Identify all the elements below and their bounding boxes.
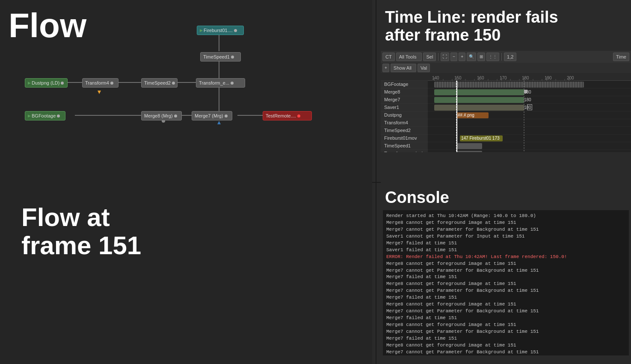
node-transforme-flow1[interactable]: Transform_e... xyxy=(196,78,245,88)
label-timespeed2: TimeSpeed2 xyxy=(381,127,428,135)
console-line: Merge7 cannot get Parameter for Backgrou… xyxy=(386,226,625,233)
flow-title: Flow xyxy=(9,9,86,43)
console-body: Render started at Thu 10:42AM (Range: 14… xyxy=(383,210,629,355)
minus-button[interactable]: − xyxy=(450,53,457,61)
track-timespeed1 xyxy=(428,142,631,150)
console-line: Merge7 cannot get Parameter for Backgrou… xyxy=(386,267,625,274)
console-line: Merge8 cannot get foreground image at ti… xyxy=(386,322,625,329)
track-transformexp xyxy=(428,150,631,152)
timeline-section: Time Line: render fails after frame 150 … xyxy=(381,0,631,182)
frame-display[interactable]: 1,2 xyxy=(504,53,516,61)
add-track-button[interactable]: + xyxy=(382,64,389,72)
sel-button[interactable]: Sel xyxy=(423,53,436,61)
playhead xyxy=(456,81,457,152)
console-line: ERROR: Render failed at Thu 10:42AM! Las… xyxy=(386,254,625,261)
track-transform4 xyxy=(428,119,631,127)
console-line: Merge8 cannot get foreground image at ti… xyxy=(386,301,625,308)
track-fireburst: 147 Fireburst01 173 xyxy=(428,135,631,142)
grid-button[interactable]: ⋮⋮ xyxy=(486,53,499,61)
node-dustpng-flow1[interactable]: ▶ Dustpng (LD) xyxy=(25,78,68,88)
track-dustpng: ##.#.png xyxy=(428,112,631,119)
console-line: Merge7 failed at time 151 xyxy=(386,240,625,247)
label-saver1: Saver1 xyxy=(381,104,428,112)
timeline-labels: BGFootage Merge8 Merge7 Saver1 Dustpng T… xyxy=(381,73,428,152)
node-timespeed2-flow1[interactable]: TimeSpeed2 xyxy=(141,78,178,88)
show-all-button[interactable]: Show All xyxy=(391,64,416,72)
divider-vertical xyxy=(376,0,376,364)
svg-marker-11 xyxy=(217,121,221,124)
label-fireburst: Fireburst01mov xyxy=(381,135,428,142)
label-bgfootage: BGFootage xyxy=(381,81,428,88)
node-merge8-flow1[interactable]: Merge8 (Mrg) xyxy=(141,111,182,120)
flow2-title: Flow at frame 151 xyxy=(21,203,141,260)
node-timespeed1-flow1[interactable]: TimeSpeed1 xyxy=(200,52,241,62)
all-tools-button[interactable]: All Tools xyxy=(396,53,422,61)
console-line: Saver1 failed at time 151 xyxy=(386,247,625,254)
console-line: Merge8 cannot get foreground image at ti… xyxy=(386,261,625,267)
console-line: Merge7 failed at time 151 xyxy=(386,315,625,322)
svg-marker-9 xyxy=(98,91,101,94)
label-merge8: Merge8 xyxy=(381,88,428,96)
toolbar-sep2 xyxy=(501,53,502,61)
track-timespeed2 xyxy=(428,127,631,135)
label-timespeed1: TimeSpeed1 xyxy=(381,142,428,150)
flow-section: Flow ▶ Fireburst01.... TimeSpeed1 xyxy=(0,0,372,182)
val-button[interactable]: Val xyxy=(418,64,430,72)
console-line: Merge7 cannot get Parameter for Backgrou… xyxy=(386,308,625,315)
console-line: Merge7 failed at time 151 xyxy=(386,335,625,342)
console-section: Console Render started at Thu 10:42AM (R… xyxy=(381,182,631,364)
label-transformexp: Transform_explosion xyxy=(381,150,428,152)
console-line: Render started at Thu 10:42AM (Range: 14… xyxy=(386,213,625,220)
node-fireburst1[interactable]: ▶ Fireburst01.... xyxy=(197,26,244,35)
expand-button[interactable]: ⛶ xyxy=(441,53,449,61)
flow2-section: Flow at frame 151 ▶ Fireburst01.... Time… xyxy=(0,182,372,364)
ct-button[interactable]: CT xyxy=(382,53,395,61)
ruler-label xyxy=(381,73,428,81)
node-merge7-flow1[interactable]: Merge7 (Mrg) xyxy=(192,111,232,120)
console-line: Saver1 cannot get Parameter for Input at… xyxy=(386,233,625,240)
fit-button[interactable]: ⊞ xyxy=(477,53,485,61)
console-line: Merge8 cannot get foreground image at ti… xyxy=(386,220,625,226)
toolbar-sep1 xyxy=(438,53,438,61)
console-line: Merge8 cannot get foreground image at ti… xyxy=(386,281,625,288)
timeline-title: Time Line: render fails after frame 150 xyxy=(381,0,631,49)
timeline-subbar: + Show All Val xyxy=(381,63,631,73)
node-transform4-flow1[interactable]: Transform4 xyxy=(82,78,118,88)
console-title: Console xyxy=(381,182,631,210)
timeline-toolbar: CT All Tools Sel ⛶ − + 🔍 ⊞ ⋮⋮ 1,2 Time xyxy=(381,51,631,63)
node-bgfootage-flow1[interactable]: ▶ BGFootage xyxy=(25,111,65,120)
timeline-body: BGFootage Merge8 Merge7 Saver1 Dustpng T… xyxy=(381,73,631,152)
track-merge8: 180 xyxy=(428,88,631,96)
console-line: Merge7 failed at time 151 xyxy=(386,274,625,281)
label-transform4: Transform4 xyxy=(381,119,428,127)
timeline-ruler: 140 150 160 170 180 190 200 xyxy=(428,73,631,81)
console-line: Merge8 cannot get foreground image at ti… xyxy=(386,342,625,349)
plus-button[interactable]: + xyxy=(459,53,465,61)
label-merge7: Merge7 xyxy=(381,96,428,104)
console-line: Merge7 failed at time 151 xyxy=(386,294,625,301)
console-line: Merge7 cannot get Parameter for Backgrou… xyxy=(386,329,625,335)
console-line: Merge7 cannot get Parameter for Backgrou… xyxy=(386,349,625,355)
time-button[interactable]: Time xyxy=(613,53,629,61)
track-bgfootage xyxy=(428,81,631,88)
timeline-tracks: 140 150 160 170 180 190 200 xyxy=(428,73,631,152)
console-line: Merge7 cannot get Parameter for Backgrou… xyxy=(386,288,625,294)
node-testremote-flow1[interactable]: TestRemote.... xyxy=(263,111,312,120)
track-area: 180 180 180 ##.#.png xyxy=(428,81,631,152)
track-merge7: 180 xyxy=(428,96,631,104)
label-dustpng: Dustpng xyxy=(381,112,428,119)
zoom-button[interactable]: 🔍 xyxy=(467,53,476,61)
track-saver1: 180 xyxy=(428,104,631,112)
